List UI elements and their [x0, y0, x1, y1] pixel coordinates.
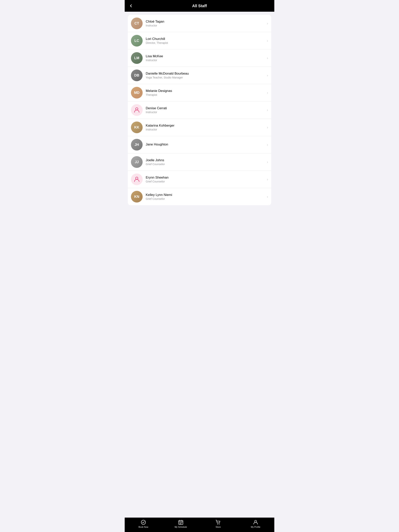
person-icon	[253, 519, 258, 525]
staff-item-lisa-mckee[interactable]: LM Lisa McKee Instructor ›	[128, 50, 271, 67]
avatar: KN	[131, 191, 143, 203]
staff-info: Katarina Kohberger Instructor	[146, 124, 265, 131]
avatar: DB	[131, 70, 143, 81]
avatar: CT	[131, 18, 143, 29]
avatar-placeholder	[131, 173, 143, 185]
staff-name: Kelley Lynn Niemi	[146, 193, 265, 197]
avatar: JJ	[131, 156, 143, 168]
svg-point-11	[255, 520, 257, 522]
tab-bar: Book Now My Schedule Store	[125, 518, 274, 532]
svg-rect-4	[180, 522, 180, 523]
tab-my-schedule[interactable]: My Schedule	[162, 519, 200, 528]
chevron-right-icon: ›	[267, 73, 268, 77]
avatar: MD	[131, 87, 143, 99]
staff-item-jane-houghton[interactable]: JH Jane Houghton ›	[128, 136, 271, 153]
chevron-right-icon: ›	[267, 21, 268, 25]
staff-item-danielle-mcdonald-bourbeau[interactable]: DB Danielle McDonald Bourbeau Yoga Teach…	[128, 67, 271, 84]
staff-name: Danielle McDonald Bourbeau	[146, 72, 265, 76]
staff-list: CT Chloé Tagan Instructor › LC Lori Chur…	[128, 15, 271, 205]
staff-info: Erynn Sheehan Grief Counselor	[146, 176, 265, 183]
staff-info: Melanie Designas Therapist	[146, 89, 265, 96]
avatar: LC	[131, 35, 143, 47]
avatar-placeholder	[131, 104, 143, 116]
calendar-icon	[178, 519, 184, 525]
staff-info: Kelley Lynn Niemi Grief Counselor	[146, 193, 265, 200]
staff-item-joelle-johns[interactable]: JJ Joelle Johns Grief Counselor ›	[128, 153, 271, 171]
staff-info: Denise Cerrati Instructor	[146, 106, 265, 114]
staff-name: Katarina Kohberger	[146, 124, 265, 127]
avatar: LM	[131, 52, 143, 64]
staff-role: Grief Counselor	[146, 180, 265, 183]
staff-role: Yoga Teacher, Studio Manager	[146, 76, 265, 79]
staff-name: Joelle Johns	[146, 158, 265, 162]
svg-point-2	[141, 520, 146, 524]
staff-info: Jane Houghton	[146, 143, 265, 147]
svg-point-1	[135, 177, 138, 179]
chevron-right-icon: ›	[267, 91, 268, 95]
chevron-right-icon: ›	[267, 160, 268, 164]
staff-role: Instructor	[146, 24, 265, 27]
tab-my-profile[interactable]: My Profile	[237, 519, 274, 528]
svg-point-10	[219, 524, 219, 524]
svg-rect-8	[180, 523, 181, 524]
back-button[interactable]	[129, 4, 133, 8]
staff-info: Joelle Johns Grief Counselor	[146, 158, 265, 166]
header: All Staff	[125, 0, 274, 12]
chevron-right-icon: ›	[267, 143, 268, 147]
avatar: KK	[131, 121, 143, 133]
staff-info: Chloé Tagan Instructor	[146, 20, 265, 27]
staff-role: Instructor	[146, 59, 265, 62]
staff-name: Melanie Designas	[146, 89, 265, 93]
staff-item-denise-cerrati[interactable]: Denise Cerrati Instructor ›	[128, 101, 271, 119]
staff-name: Jane Houghton	[146, 143, 265, 146]
tab-my-schedule-label: My Schedule	[174, 526, 187, 528]
svg-point-0	[135, 108, 138, 110]
svg-rect-7	[180, 523, 180, 524]
staff-info: Lori Churchill Director, Therapist	[146, 37, 265, 44]
tab-book-now-label: Book Now	[139, 526, 148, 528]
chevron-right-icon: ›	[267, 125, 268, 129]
svg-point-9	[217, 524, 218, 524]
page-title: All Staff	[192, 4, 207, 8]
staff-role: Grief Counselor	[146, 163, 265, 166]
tab-book-now[interactable]: Book Now	[125, 519, 162, 528]
main-content: CT Chloé Tagan Instructor › LC Lori Chur…	[125, 12, 274, 532]
avatar: JH	[131, 139, 143, 151]
staff-name: Denise Cerrati	[146, 106, 265, 110]
staff-role: Director, Therapist	[146, 41, 265, 44]
chevron-right-icon: ›	[267, 195, 268, 199]
staff-role: Grief Counselor	[146, 197, 265, 200]
cart-icon	[215, 519, 221, 525]
chevron-right-icon: ›	[267, 56, 268, 60]
tab-my-profile-label: My Profile	[251, 526, 260, 528]
tab-store-label: Store	[216, 526, 221, 528]
chevron-right-icon: ›	[267, 108, 268, 112]
check-circle-icon	[141, 519, 146, 525]
staff-item-erynn-sheehan[interactable]: Erynn Sheehan Grief Counselor ›	[128, 171, 271, 188]
staff-role: Instructor	[146, 111, 265, 114]
staff-name: Lori Churchill	[146, 37, 265, 41]
staff-info: Danielle McDonald Bourbeau Yoga Teacher,…	[146, 72, 265, 79]
staff-item-lori-churchill[interactable]: LC Lori Churchill Director, Therapist ›	[128, 32, 271, 50]
staff-info: Lisa McKee Instructor	[146, 54, 265, 62]
staff-name: Chloé Tagan	[146, 20, 265, 24]
staff-role: Instructor	[146, 128, 265, 131]
svg-rect-5	[180, 522, 181, 523]
staff-item-chloe-tagan[interactable]: CT Chloé Tagan Instructor ›	[128, 15, 271, 32]
staff-item-katarina-kohberger[interactable]: KK Katarina Kohberger Instructor ›	[128, 119, 271, 136]
svg-rect-6	[182, 522, 182, 523]
staff-item-melanie-designas[interactable]: MD Melanie Designas Therapist ›	[128, 84, 271, 101]
chevron-right-icon: ›	[267, 177, 268, 182]
tab-store[interactable]: Store	[200, 519, 237, 528]
staff-item-kelley-lynn-niemi[interactable]: KN Kelley Lynn Niemi Grief Counselor ›	[128, 188, 271, 205]
chevron-right-icon: ›	[267, 39, 268, 43]
staff-name: Erynn Sheehan	[146, 176, 265, 180]
staff-role: Therapist	[146, 93, 265, 96]
staff-name: Lisa McKee	[146, 54, 265, 58]
